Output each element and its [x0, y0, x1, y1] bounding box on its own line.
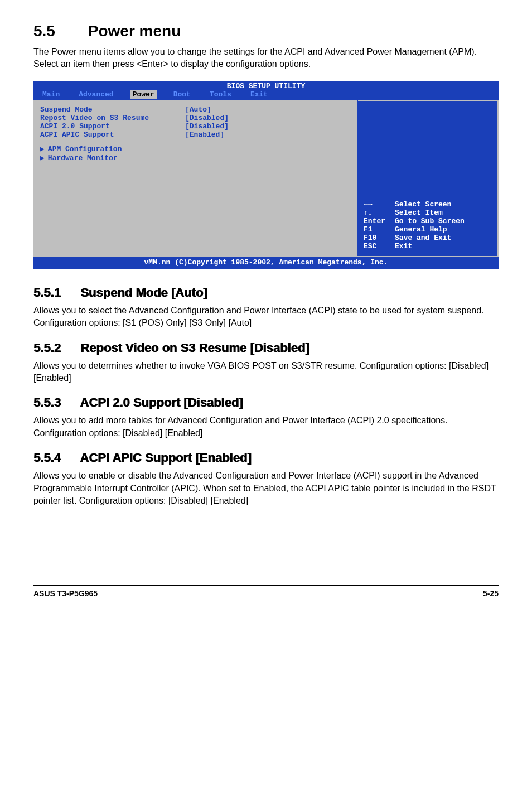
- bios-tab-tools: Tools: [207, 90, 234, 99]
- bios-tab-main: Main: [40, 90, 62, 99]
- bios-item: ACPI APIC Support [Enabled]: [40, 131, 350, 139]
- bios-item-label: ACPI 2.0 Support: [40, 122, 185, 131]
- page-footer: ASUS T3-P5G965 5-25: [33, 585, 499, 598]
- subsection-body: Configuration options: [Disabled] [Enabl…: [33, 427, 499, 439]
- bios-title: BIOS SETUP UTILITY: [33, 81, 499, 90]
- section-number: 5.5: [33, 22, 84, 40]
- bios-help-row: F1General Help: [364, 225, 492, 234]
- bios-help-panel: ←→Select Screen ↑↓Select Item EnterGo to…: [358, 100, 499, 256]
- bios-help-key: Enter: [364, 217, 395, 225]
- footer-left: ASUS T3-P5G965: [33, 589, 98, 598]
- section-heading: 5.5 Power menu: [33, 22, 499, 40]
- triangle-right-icon: ▶: [40, 145, 45, 153]
- bios-submenu-label: Hardware Monitor: [48, 154, 118, 162]
- subsection-number: 5.5.3: [33, 395, 77, 410]
- triangle-right-icon: ▶: [40, 154, 45, 162]
- subsection-number: 5.5.2: [33, 341, 77, 355]
- subsection-heading: 5.5.3 ACPI 2.0 Support [Disabled]: [33, 395, 499, 410]
- bios-tab-power: Power: [130, 90, 157, 99]
- subsection-body: Allows you to determines whether to invo…: [33, 360, 499, 385]
- footer-right: 5-25: [483, 589, 499, 598]
- bios-help-key: F1: [364, 225, 395, 234]
- bios-item-label: ACPI APIC Support: [40, 131, 185, 139]
- bios-screenshot: BIOS SETUP UTILITY Main Advanced Power B…: [33, 81, 499, 269]
- bios-left-panel: Suspend Mode [Auto] Repost Video on S3 R…: [33, 100, 358, 256]
- subsection-title: Suspend Mode [Auto]: [80, 286, 207, 299]
- bios-help-desc: Go to Sub Screen: [395, 217, 465, 225]
- subsection-body: Allows you to add more tables for Advanc…: [33, 414, 499, 427]
- bios-item: Repost Video on S3 Resume [Disabled]: [40, 114, 350, 122]
- bios-item-value: [Enabled]: [185, 131, 224, 139]
- bios-tab-advanced: Advanced: [76, 90, 115, 99]
- bios-help-key: ←→: [364, 200, 395, 209]
- subsection-title: ACPI 2.0 Support [Disabled]: [80, 395, 243, 409]
- subsection-heading: 5.5.4 ACPI APIC Support [Enabled]: [33, 451, 499, 465]
- bios-help-row: ↑↓Select Item: [364, 209, 492, 217]
- subsection-title: Repost Video on S3 Resume [Disabled]: [80, 341, 309, 355]
- bios-item-value: [Disabled]: [185, 114, 229, 122]
- bios-help-row: EnterGo to Sub Screen: [364, 217, 492, 225]
- section-title-text: Power menu: [88, 22, 181, 40]
- bios-item-value: [Disabled]: [185, 122, 229, 131]
- subsection-body: Allows you to select the Advanced Config…: [33, 305, 499, 317]
- bios-item-label: Suspend Mode: [40, 105, 185, 114]
- bios-submenu-label: APM Configuration: [48, 145, 122, 153]
- subsection-body: Allows you to enable or disable the Adva…: [33, 470, 499, 507]
- bios-submenu: ▶Hardware Monitor: [40, 153, 350, 162]
- subsection-heading: 5.5.2 Repost Video on S3 Resume [Disable…: [33, 341, 499, 355]
- bios-help-desc: Select Item: [395, 209, 443, 217]
- section-intro: The Power menu items allow you to change…: [33, 46, 499, 71]
- bios-copyright: vMM.nn (C)Copyright 1985-2002, American …: [33, 256, 499, 269]
- bios-item: Suspend Mode [Auto]: [40, 105, 350, 114]
- bios-submenu: ▶APM Configuration: [40, 144, 350, 153]
- bios-help-key: F10: [364, 234, 395, 242]
- subsection-title: ACPI APIC Support [Enabled]: [80, 451, 251, 465]
- bios-tab-boot: Boot: [171, 90, 193, 99]
- bios-item-label: Repost Video on S3 Resume: [40, 114, 185, 122]
- bios-help-desc: Select Screen: [395, 200, 451, 209]
- bios-help-row: ←→Select Screen: [364, 200, 492, 209]
- bios-help-key: ↑↓: [364, 209, 395, 217]
- bios-item: ACPI 2.0 Support [Disabled]: [40, 122, 350, 131]
- bios-tab-exit: Exit: [248, 90, 270, 99]
- subsection-body: Configuration options: [S1 (POS) Only] […: [33, 317, 499, 329]
- subsection-number: 5.5.4: [33, 451, 77, 465]
- bios-help-desc: General Help: [395, 225, 447, 234]
- bios-help-row: ESCExit: [364, 242, 492, 250]
- bios-help-key: ESC: [364, 242, 395, 250]
- bios-help-row: F10Save and Exit: [364, 234, 492, 242]
- bios-help-desc: Save and Exit: [395, 234, 451, 242]
- subsection-heading: 5.5.1 Suspend Mode [Auto]: [33, 286, 499, 300]
- bios-help-desc: Exit: [395, 242, 412, 250]
- bios-item-value: [Auto]: [185, 105, 211, 114]
- subsection-number: 5.5.1: [33, 286, 77, 300]
- bios-menu-bar: Main Advanced Power Boot Tools Exit: [33, 90, 499, 100]
